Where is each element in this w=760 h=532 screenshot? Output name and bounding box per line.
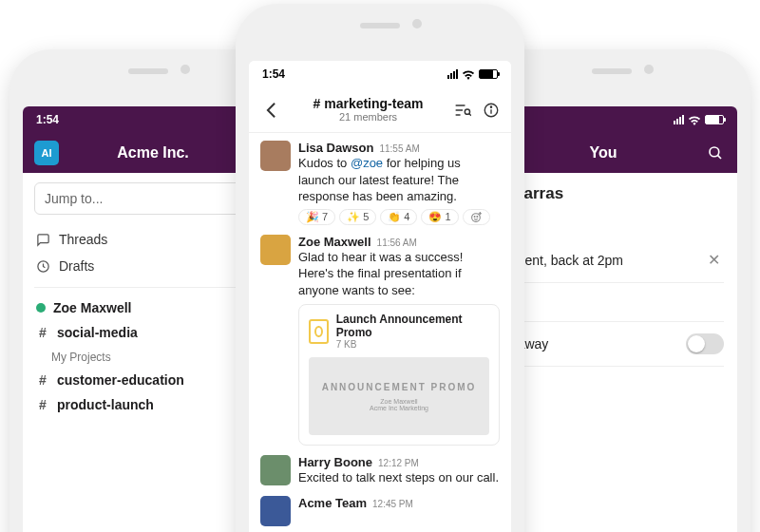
hash-icon: # (36, 397, 49, 412)
nav-drafts-label: Drafts (59, 258, 94, 274)
profile-subtitle (500, 205, 724, 218)
svg-point-10 (490, 106, 491, 107)
drafts-icon (36, 259, 51, 274)
wifi-icon (688, 115, 701, 125)
svg-line-2 (717, 155, 721, 159)
nav-threads[interactable]: Threads (34, 226, 262, 253)
jump-to-input[interactable]: Jump to... (34, 182, 262, 215)
message-time: 12:12 PM (378, 458, 419, 468)
reaction[interactable]: 🎉7 (298, 209, 335, 225)
hash-icon: # (36, 372, 49, 388)
message-time: 11:56 AM (377, 238, 417, 248)
battery-icon (479, 69, 498, 79)
channel-product-launch-label: product-launch (57, 397, 154, 412)
back-button[interactable] (260, 98, 282, 123)
reactions: 🎉7 ✨5 👏4 😍1 (298, 209, 500, 225)
status-icons (447, 69, 498, 80)
phone-notch (592, 68, 632, 74)
message[interactable]: Acme Team 12:45 PM (260, 496, 500, 526)
reaction[interactable]: ✨5 (339, 209, 376, 225)
phone-notch (128, 68, 168, 74)
svg-point-11 (471, 213, 480, 221)
nav-threads-label: Threads (59, 232, 107, 247)
message-list[interactable]: Lisa Dawson 11:55 AM Kudos to @zoe for h… (249, 133, 511, 532)
avatar[interactable] (260, 496, 291, 526)
status-time: 1:54 (262, 67, 285, 81)
battery-icon (705, 115, 724, 124)
section-my-projects[interactable]: My Projects (34, 345, 262, 368)
reaction[interactable]: 😍1 (421, 209, 458, 225)
signal-icon (674, 115, 684, 124)
message-time: 12:45 PM (372, 499, 413, 509)
svg-point-1 (710, 147, 719, 157)
phone-earpiece-dot (180, 65, 190, 74)
file-type-icon (309, 319, 329, 344)
filter-icon[interactable] (454, 103, 471, 118)
file-size: 7 KB (336, 339, 489, 350)
file-name: Launch Announcement Promo (336, 313, 489, 339)
dnd-row[interactable]: rb (500, 283, 724, 322)
channel-product-launch[interactable]: # product-launch (34, 392, 262, 417)
clear-status-button[interactable]: ✕ (704, 249, 724, 271)
channel-customer-education-label: customer-education (57, 372, 184, 388)
dm-zoe-label: Zoe Maxwell (53, 300, 131, 315)
message-text: Glad to hear it was a success! Here's th… (298, 249, 500, 299)
phone-center: 1:54 # marketing-team 21 members (236, 4, 524, 532)
message[interactable]: Lisa Dawson 11:55 AM Kudos to @zoe for h… (260, 141, 500, 225)
profile-name: a Parras (500, 184, 724, 203)
mention[interactable]: @zoe (351, 156, 383, 170)
file-thumbnail: ANNOUNCEMENT PROMO Zoe Maxwell Acme Inc … (309, 357, 489, 435)
svg-point-6 (465, 109, 469, 114)
channel-title[interactable]: # marketing-team 21 members (314, 97, 424, 123)
phone-earpiece-dot (412, 19, 422, 28)
add-reaction-button[interactable] (463, 209, 490, 225)
info-icon[interactable] (483, 102, 500, 119)
reaction[interactable]: 👏4 (380, 209, 417, 225)
phone-earpiece-dot (644, 65, 654, 74)
avatar[interactable] (260, 455, 291, 485)
message-text: Excited to talk next steps on our call. (298, 469, 500, 486)
status-time: 1:54 (36, 113, 59, 126)
message-author: Lisa Dawson (298, 141, 373, 155)
avatar[interactable] (260, 141, 291, 171)
wifi-icon (462, 69, 475, 80)
svg-point-13 (476, 216, 477, 217)
dm-zoe[interactable]: Zoe Maxwell (34, 295, 262, 320)
channel-customer-education[interactable]: # customer-education (34, 368, 262, 392)
message[interactable]: Zoe Maxwell 11:56 AM Glad to hear it was… (260, 235, 500, 446)
nav-drafts[interactable]: Drafts (34, 253, 262, 279)
threads-icon (36, 233, 51, 247)
presence-dot-icon (36, 303, 46, 313)
svg-point-12 (474, 216, 475, 217)
status-icons (674, 115, 724, 125)
status-bar: 1:54 (249, 61, 511, 87)
away-toggle[interactable] (686, 333, 724, 354)
you-title: You (500, 144, 707, 162)
channel-member-count: 21 members (314, 111, 424, 123)
avatar[interactable] (260, 235, 291, 265)
signal-icon (447, 69, 458, 79)
file-attachment[interactable]: Launch Announcement Promo 7 KB ANNOUNCEM… (298, 304, 500, 446)
message-time: 11:55 AM (379, 143, 419, 154)
message-author: Harry Boone (298, 455, 372, 469)
message-author: Zoe Maxwell (298, 235, 371, 249)
channel-header: # marketing-team 21 members (249, 87, 511, 133)
status-row[interactable]: intment, back at 2pm ✕ (500, 238, 724, 283)
channel-name: # marketing-team (314, 97, 424, 111)
search-icon[interactable] (707, 144, 724, 162)
channel-social-media-label: social-media (57, 325, 138, 340)
channel-social-media[interactable]: # social-media (34, 320, 262, 345)
hash-icon: # (36, 325, 49, 340)
workspace-name: Acme Inc. (44, 144, 262, 162)
message-author: Acme Team (298, 496, 367, 510)
message-text: Kudos to @zoe for helping us launch our … (298, 155, 500, 205)
message[interactable]: Harry Boone 12:12 PM Excited to talk nex… (260, 455, 500, 486)
divider (34, 287, 262, 288)
svg-line-7 (469, 113, 471, 115)
phone-notch (360, 23, 400, 28)
set-away-row[interactable]: as away (500, 322, 724, 367)
